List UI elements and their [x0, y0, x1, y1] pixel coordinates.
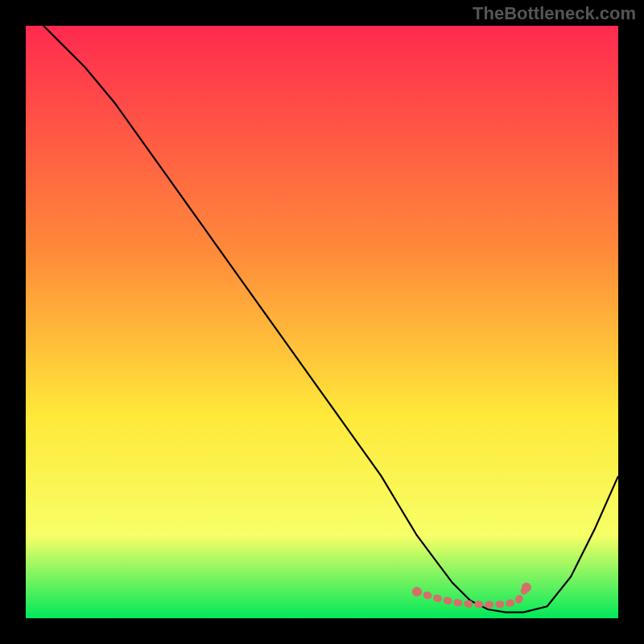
chart-frame: TheBottleneck.com [0, 0, 644, 644]
gradient-background [26, 26, 618, 618]
watermark-text: TheBottleneck.com [473, 3, 636, 24]
optimal-range-end-marker [522, 583, 531, 592]
chart-svg [26, 26, 618, 618]
optimal-range-end-marker [412, 587, 422, 597]
plot-area [26, 26, 618, 618]
